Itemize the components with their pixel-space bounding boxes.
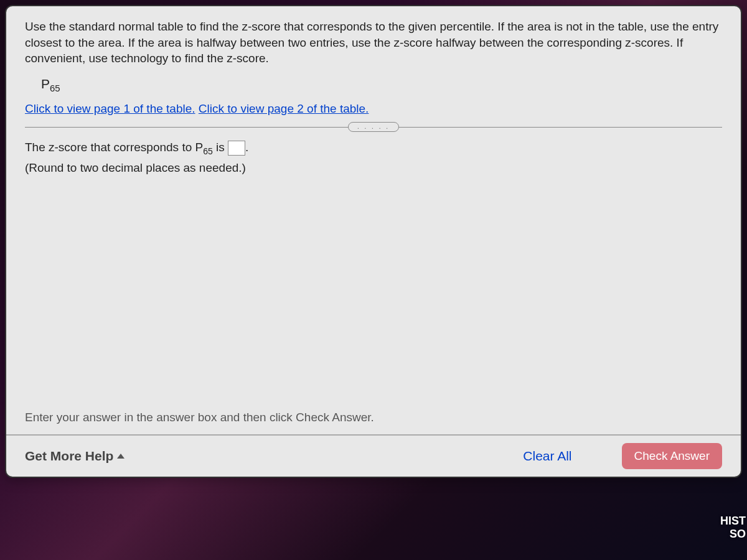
enter-hint: Enter your answer in the answer box and …: [25, 411, 374, 424]
background-corner-text: HIST SO: [720, 515, 747, 541]
answer-before: The z-score that corresponds to P: [25, 141, 203, 154]
answer-subscript: 65: [203, 146, 213, 156]
table-page-2-link[interactable]: Click to view page 2 of the table.: [199, 102, 369, 115]
corner-line-1: HIST: [720, 515, 746, 528]
rounding-note: (Round to two decimal places as needed.): [25, 161, 722, 175]
button-row: Get More Help Clear All Check Answer: [6, 436, 741, 477]
question-panel: Use the standard normal table to find th…: [5, 5, 742, 478]
answer-prompt: The z-score that corresponds to P65 is .: [25, 141, 722, 156]
get-more-help-label: Get More Help: [25, 449, 113, 464]
chevron-up-icon: [117, 454, 125, 459]
get-more-help-button[interactable]: Get More Help: [25, 449, 125, 464]
table-links: Click to view page 1 of the table. Click…: [25, 102, 722, 116]
table-page-1-link[interactable]: Click to view page 1 of the table.: [25, 102, 195, 115]
percentile-subscript: 65: [50, 83, 60, 93]
answer-after-input: .: [245, 141, 248, 154]
instructions-text: Use the standard normal table to find th…: [25, 19, 722, 67]
section-divider: . . . . .: [25, 122, 722, 132]
clear-all-button[interactable]: Clear All: [523, 449, 571, 464]
answer-input[interactable]: [228, 141, 245, 156]
corner-line-2: SO: [720, 528, 746, 541]
check-answer-button[interactable]: Check Answer: [622, 443, 722, 469]
percentile-label: P65: [41, 77, 722, 93]
answer-after-sub: is: [213, 141, 228, 154]
percentile-prefix: P: [41, 77, 50, 91]
collapse-toggle[interactable]: . . . . .: [348, 122, 399, 132]
